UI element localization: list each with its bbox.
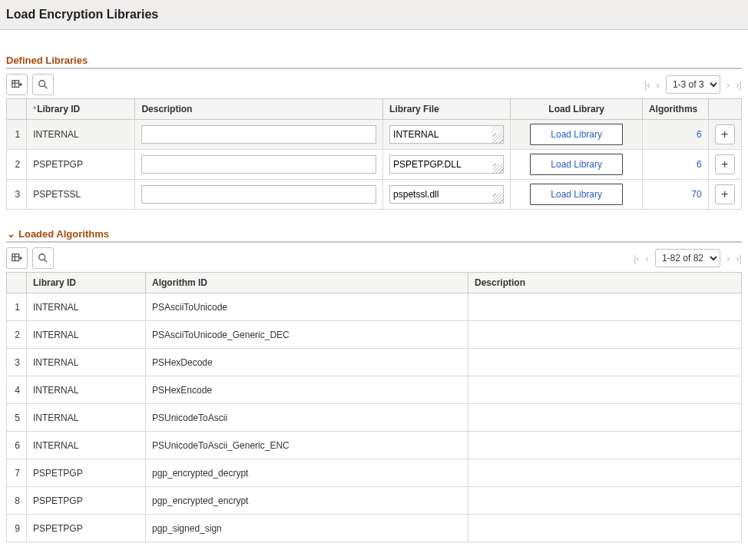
next-page-icon[interactable]: › (726, 253, 730, 264)
col-library-id[interactable]: *Library ID (27, 99, 135, 120)
loaded-algorithms-table: Library ID Algorithm ID Description 1INT… (6, 272, 742, 542)
cell-library-id: PSPETPGP (27, 459, 146, 487)
prev-page-icon[interactable]: ‹ (657, 79, 660, 91)
add-row-button[interactable]: + (715, 184, 735, 204)
section-loaded-algorithms: ⌄ Loaded Algorithms (6, 228, 742, 243)
page-title: Load Encryption Libraries (6, 8, 158, 21)
resize-grip-icon[interactable] (491, 185, 504, 204)
add-row-button[interactable]: + (715, 154, 735, 174)
section-defined-title: Defined Libraries (6, 55, 88, 66)
cell-algorithms: 70 (642, 180, 708, 210)
description-input[interactable] (141, 185, 376, 204)
cell-description (468, 349, 742, 376)
row-number: 3 (7, 349, 27, 376)
section-defined-libraries: Defined Libraries (6, 55, 742, 69)
row-number: 8 (7, 487, 27, 515)
cell-algorithm-id: pgp_signed_sign (146, 515, 468, 542)
cell-description (468, 432, 742, 459)
row-number: 9 (7, 515, 27, 542)
cell-load: Load Library (511, 150, 642, 180)
algorithms-link[interactable]: 6 (697, 159, 702, 170)
cell-library-id: PSPETPGP (27, 150, 135, 180)
library-file-input[interactable] (389, 185, 491, 204)
col-algorithm-id[interactable]: Algorithm ID (146, 273, 468, 293)
cell-algorithm-id: PSHexDecode (146, 349, 468, 376)
algorithms-link[interactable]: 6 (697, 129, 702, 140)
chevron-down-icon[interactable]: ⌄ (6, 228, 15, 240)
search-icon[interactable] (32, 74, 54, 95)
cell-library-id: INTERNAL (27, 321, 146, 349)
cell-description (468, 515, 742, 542)
cell-load: Load Library (511, 120, 642, 150)
svg-line-9 (45, 260, 48, 263)
load-library-button[interactable]: Load Library (530, 154, 623, 175)
table-row: 6INTERNALPSUnicodeToAscii_Generic_ENC (7, 432, 742, 459)
table-row: 5INTERNALPSUnicodeToAscii (7, 404, 742, 432)
table-row: 2PSPETPGPLoad Library6+ (7, 150, 742, 180)
search-icon[interactable] (32, 247, 54, 269)
col-load-library[interactable]: Load Library (511, 99, 642, 120)
last-page-icon[interactable]: ›| (736, 79, 742, 91)
description-input[interactable] (141, 155, 376, 174)
loaded-toolbar: |‹ ‹ 1-82 of 82 › ›| (6, 247, 742, 269)
row-number: 6 (7, 432, 27, 459)
cell-description (468, 459, 742, 487)
loaded-range-select[interactable]: 1-82 of 82 (655, 249, 720, 267)
library-file-input[interactable] (389, 125, 491, 144)
resize-grip-icon[interactable] (491, 125, 504, 144)
col-library-id[interactable]: Library ID (27, 273, 146, 293)
svg-point-3 (39, 81, 45, 87)
svg-rect-0 (12, 81, 19, 88)
cell-algorithm-id: PSAsciiToUnicode_Generic_DEC (146, 321, 468, 349)
table-row: 4INTERNALPSHexEncode (7, 376, 742, 404)
library-file-input[interactable] (389, 155, 491, 174)
grid-settings-icon[interactable] (6, 247, 28, 269)
next-page-icon[interactable]: › (726, 79, 730, 91)
table-row: 7PSPETPGPpgp_encrypted_decrypt (7, 459, 742, 487)
loaded-pager: |‹ ‹ 1-82 of 82 › ›| (634, 249, 742, 267)
cell-algorithm-id: pgp_encrypted_decrypt (146, 459, 468, 487)
first-page-icon[interactable]: |‹ (644, 79, 650, 91)
cell-library-id: INTERNAL (27, 404, 146, 432)
cell-add: + (708, 120, 741, 150)
resize-grip-icon[interactable] (491, 155, 504, 174)
cell-algorithm-id: pgp_encrypted_encrypt (146, 487, 468, 515)
section-loaded-title: Loaded Algorithms (18, 228, 109, 240)
load-library-button[interactable]: Load Library (530, 184, 623, 205)
row-number: 1 (7, 293, 27, 321)
last-page-icon[interactable]: ›| (736, 253, 742, 264)
cell-library-file (383, 150, 511, 180)
svg-line-4 (45, 86, 48, 89)
prev-page-icon[interactable]: ‹ (646, 253, 649, 264)
col-description[interactable]: Description (135, 99, 383, 120)
col-add (708, 99, 741, 120)
description-input[interactable] (141, 125, 376, 144)
cell-description (468, 487, 742, 515)
cell-description (468, 293, 742, 321)
cell-library-id: PSPETPGP (27, 487, 146, 515)
cell-library-id: INTERNAL (27, 349, 146, 376)
row-number: 2 (7, 321, 27, 349)
algorithms-link[interactable]: 70 (691, 189, 701, 200)
load-library-button[interactable]: Load Library (530, 124, 623, 145)
row-number: 4 (7, 376, 27, 404)
cell-library-file (383, 180, 511, 210)
cell-library-id: INTERNAL (27, 293, 146, 321)
col-algorithms[interactable]: Algorithms (642, 99, 708, 120)
row-number: 5 (7, 404, 27, 432)
col-description[interactable]: Description (468, 273, 742, 293)
cell-description (468, 376, 742, 404)
cell-algorithm-id: PSHexEncode (146, 376, 468, 404)
cell-add: + (708, 150, 741, 180)
add-row-button[interactable]: + (715, 124, 735, 144)
cell-library-id: INTERNAL (27, 432, 146, 459)
cell-algorithm-id: PSUnicodeToAscii (146, 404, 468, 432)
cell-description (468, 321, 742, 349)
row-number: 7 (7, 459, 27, 487)
cell-algorithms: 6 (642, 120, 708, 150)
defined-libraries-table: *Library ID Description Library File Loa… (6, 98, 742, 210)
grid-settings-icon[interactable] (6, 74, 28, 95)
col-library-file[interactable]: Library File (383, 99, 511, 120)
defined-range-select[interactable]: 1-3 of 3 (666, 75, 720, 94)
first-page-icon[interactable]: |‹ (634, 253, 640, 264)
